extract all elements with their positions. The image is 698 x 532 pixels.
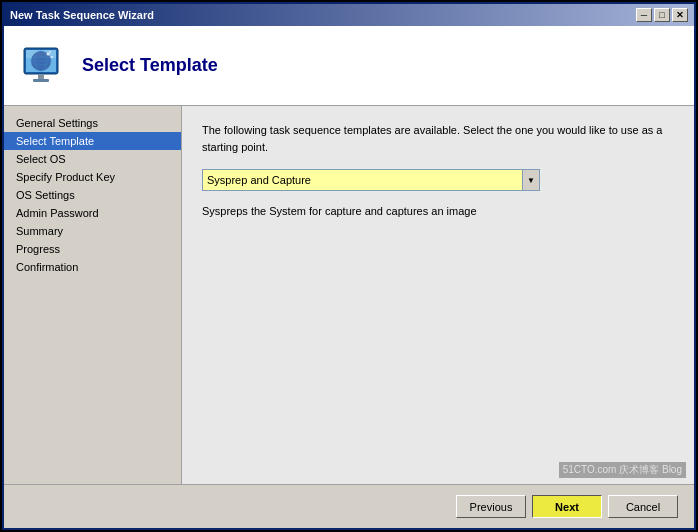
close-button[interactable]: ✕ [672,8,688,22]
wizard-window: New Task Sequence Wizard ─ □ ✕ [2,2,696,530]
svg-rect-4 [33,79,49,82]
header-title: Select Template [82,55,218,76]
title-bar-left: New Task Sequence Wizard [10,9,154,21]
minimize-button[interactable]: ─ [636,8,652,22]
sidebar-item-admin-password[interactable]: Admin Password [4,204,181,222]
footer: Previous Next Cancel [4,484,694,528]
sidebar-item-summary[interactable]: Summary [4,222,181,240]
sidebar-item-os-settings[interactable]: OS Settings [4,186,181,204]
title-bar: New Task Sequence Wizard ─ □ ✕ [4,4,694,26]
sidebar-item-general-settings[interactable]: General Settings [4,114,181,132]
dropdown-container: Sysprep and Capture Standard Client Task… [202,169,674,191]
svg-point-9 [47,52,50,55]
main-panel: The following task sequence templates ar… [182,106,694,484]
sidebar-item-specify-product-key[interactable]: Specify Product Key [4,168,181,186]
wizard-icon [20,42,68,90]
dropdown-arrow-icon[interactable] [522,169,540,191]
sidebar-item-confirmation[interactable]: Confirmation [4,258,181,276]
content-area: General Settings Select Template Select … [4,106,694,484]
next-button[interactable]: Next [532,495,602,518]
description-text: The following task sequence templates ar… [202,122,674,155]
title-bar-controls: ─ □ ✕ [636,8,688,22]
template-description: Syspreps the System for capture and capt… [202,205,674,217]
sidebar-item-select-os[interactable]: Select OS [4,150,181,168]
cancel-button[interactable]: Cancel [608,495,678,518]
svg-point-10 [51,56,53,58]
template-dropdown[interactable]: Sysprep and Capture Standard Client Task… [202,169,522,191]
sidebar-item-select-template[interactable]: Select Template [4,132,181,150]
window-title: New Task Sequence Wizard [10,9,154,21]
header-area: Select Template [4,26,694,106]
previous-button[interactable]: Previous [456,495,526,518]
sidebar-item-progress[interactable]: Progress [4,240,181,258]
sidebar: General Settings Select Template Select … [4,106,182,484]
svg-point-11 [49,51,51,53]
maximize-button[interactable]: □ [654,8,670,22]
